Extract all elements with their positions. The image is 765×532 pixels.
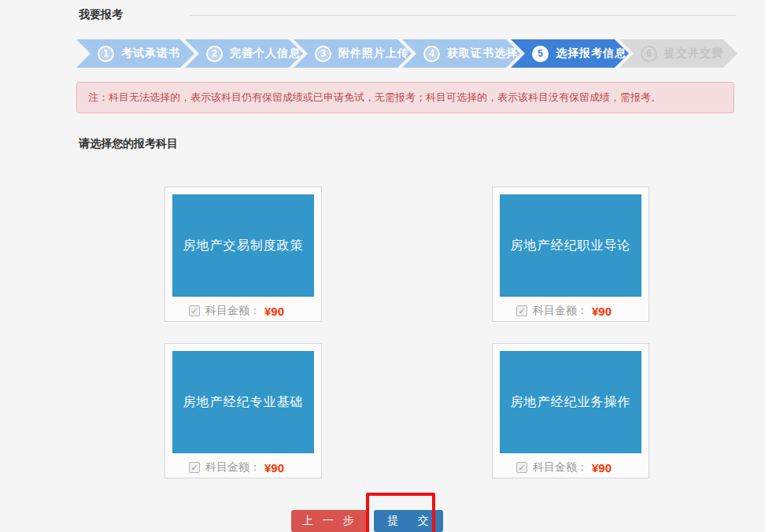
exam-registration-page: 我要报考 1 考试承诺书 2 完善个人信息 3 附件照片上传 4 获取证书选择 … [0, 0, 765, 532]
step-submit-and-pay: 6 提交并交费 [619, 39, 737, 68]
step-select-exam-info[interactable]: 5 选择报考信息 [511, 39, 629, 68]
step-number-badge: 4 [423, 46, 440, 62]
subject-checkbox[interactable]: ✓ [516, 305, 527, 316]
step-wizard: 1 考试承诺书 2 完善个人信息 3 附件照片上传 4 获取证书选择 5 选择报… [76, 39, 765, 68]
fee-label: 科目金额： [533, 304, 588, 318]
submit-button[interactable]: 提 交 [374, 510, 443, 532]
fee-row: ✓ 科目金额： ¥90 [516, 460, 649, 475]
step-label: 获取证书选择 [447, 46, 518, 61]
step-label: 提交并交费 [664, 46, 723, 61]
subject-card[interactable]: 房地产经纪职业导论 ✓ 科目金额： ¥90 [492, 187, 649, 322]
subject-card[interactable]: 房地产交易制度政策 ✓ 科目金额： ¥90 [164, 187, 322, 322]
step-number-badge: 6 [641, 46, 657, 62]
step-exam-pledge[interactable]: 1 考试承诺书 [76, 39, 194, 68]
fee-row: ✓ 科目金额： ¥90 [189, 460, 321, 475]
section-title: 请选择您的报考科目 [79, 137, 765, 151]
subject-card[interactable]: 房地产经纪业务操作 ✓ 科目金额： ¥90 [492, 343, 649, 478]
subject-card-grid: 房地产交易制度政策 ✓ 科目金额： ¥90 房地产经纪职业导论 ✓ 科目金额： … [164, 187, 765, 478]
step-personal-info[interactable]: 2 完善个人信息 [185, 39, 303, 68]
subject-card[interactable]: 房地产经纪专业基础 ✓ 科目金额： ¥90 [164, 343, 322, 478]
subject-name-tile[interactable]: 房地产经纪专业基础 [172, 351, 314, 453]
notice-banner: 注：科目无法选择的，表示该科目仍有保留成绩或已申请免试，无需报考；科目可选择的，… [76, 82, 734, 113]
fee-value: ¥90 [264, 305, 284, 318]
step-label: 附件照片上传 [338, 46, 409, 61]
fee-label: 科目金额： [533, 460, 588, 475]
step-photo-upload[interactable]: 3 附件照片上传 [294, 39, 412, 68]
fee-value: ¥90 [592, 305, 612, 318]
step-number-badge: 5 [532, 46, 549, 62]
step-number-badge: 3 [315, 46, 331, 62]
step-certificate-choice[interactable]: 4 获取证书选择 [402, 39, 520, 68]
page-title: 我要报考 [79, 8, 123, 22]
subject-checkbox[interactable]: ✓ [189, 305, 200, 316]
fee-value: ¥90 [592, 461, 612, 475]
subject-checkbox[interactable]: ✓ [189, 462, 200, 473]
fee-label: 科目金额： [205, 304, 261, 318]
fee-row: ✓ 科目金额： ¥90 [189, 304, 321, 318]
header-divider [190, 15, 736, 16]
step-number-badge: 2 [206, 46, 223, 62]
fee-row: ✓ 科目金额： ¥90 [516, 304, 649, 318]
step-label: 考试承诺书 [121, 46, 180, 61]
fee-label: 科目金额： [205, 460, 261, 475]
submit-button-wrap: 提 交 [374, 510, 443, 532]
previous-step-button[interactable]: 上 一 步 [291, 510, 368, 532]
step-number-badge: 1 [98, 46, 114, 62]
header: 我要报考 [0, 0, 765, 22]
subject-name-tile[interactable]: 房地产经纪职业导论 [500, 194, 641, 297]
subject-checkbox[interactable]: ✓ [516, 462, 527, 473]
subject-name-tile[interactable]: 房地产经纪业务操作 [500, 351, 641, 453]
fee-value: ¥90 [264, 461, 284, 475]
step-label: 选择报考信息 [556, 46, 626, 61]
step-label: 完善个人信息 [230, 46, 301, 61]
footer-actions: 上 一 步 提 交 [291, 510, 765, 532]
subject-name-tile[interactable]: 房地产交易制度政策 [172, 194, 314, 297]
